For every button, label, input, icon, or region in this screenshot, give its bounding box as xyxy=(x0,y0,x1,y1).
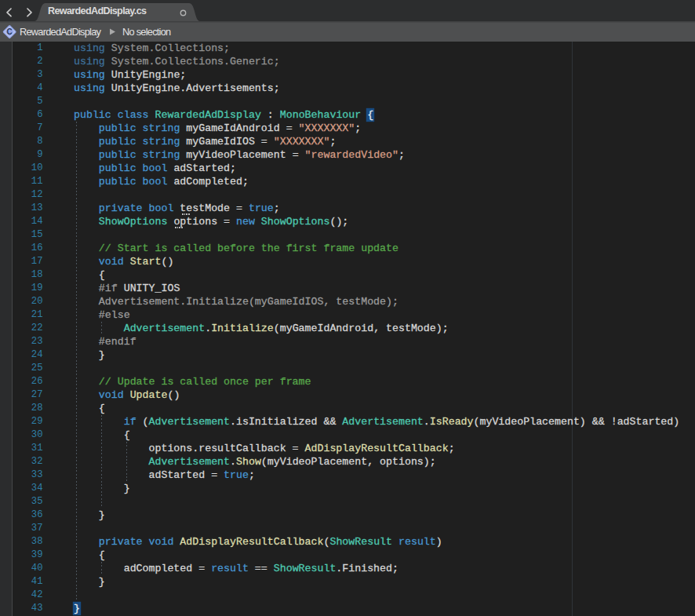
svg-text:C: C xyxy=(7,27,13,36)
